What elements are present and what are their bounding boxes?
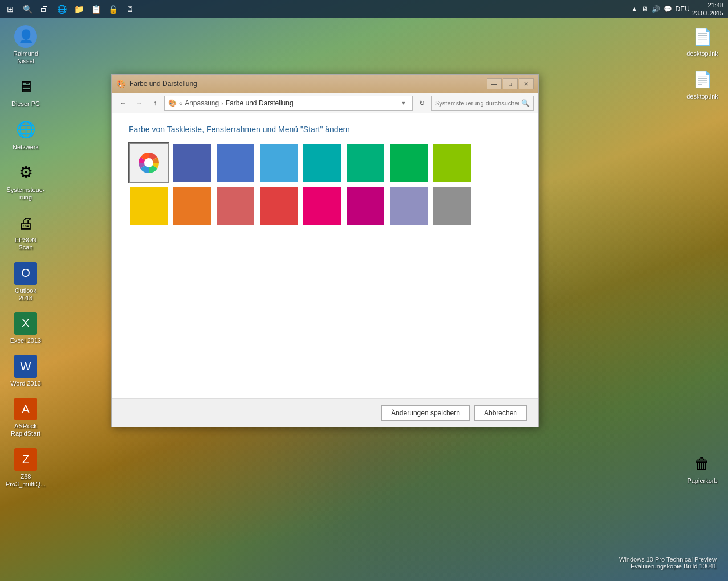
icon-desktoplink-1-image: 📄 (691, 25, 714, 48)
icon-systemsteuerung[interactable]: ⚙ Systemsteue-rung (6, 159, 46, 203)
taskbar-time-value: 21:48 (692, 1, 723, 9)
color-swatch-teal[interactable] (302, 143, 342, 183)
color-swatch-cobalt[interactable] (215, 143, 255, 183)
icon-excel-2013[interactable]: X Excel 2013 (6, 310, 46, 347)
icon-desktoplink-2[interactable]: 📄 desktop.lnk (682, 66, 722, 103)
icon-epson-scan-image: 🖨 (14, 211, 37, 234)
icon-desktoplink-1-label: desktop.lnk (686, 50, 718, 58)
dialog-content: Farbe von Taskleiste, Fensterrahmen und … (112, 113, 538, 398)
icon-desktoplink-2-label: desktop.lnk (686, 93, 718, 100)
color-swatch-gray[interactable] (432, 186, 472, 226)
icon-dieser-pc[interactable]: 🖥 Dieser PC (6, 73, 46, 110)
address-current: Farbe und Darstellung (226, 99, 294, 107)
address-dropdown-button[interactable]: ▼ (398, 96, 409, 110)
icon-epson-scan-label: EPSON Scan (8, 236, 43, 251)
cancel-button[interactable]: Abbrechen (474, 405, 527, 421)
color-swatch-red-inner (260, 187, 298, 225)
color-swatch-salmon[interactable] (215, 186, 255, 226)
color-swatch-red[interactable] (259, 186, 299, 226)
nav-up-button[interactable]: ↑ (148, 96, 162, 110)
dialog-titlebar-icon: 🎨 (116, 79, 126, 88)
icon-raimund-nissel-label: RaimundNissel (13, 50, 38, 65)
color-swatch-magenta[interactable] (345, 186, 385, 226)
icon-netzwerk[interactable]: 🌐 Netzwerk (6, 116, 46, 153)
color-grid-row1 (129, 143, 521, 183)
dialog-titlebar-text: Farbe und Darstellung (129, 80, 483, 88)
taskbar-ie[interactable]: 🌐 (54, 1, 70, 17)
icon-dieser-pc-label: Dieser PC (11, 100, 40, 108)
taskbar-date-value: 23.03.2015 (692, 9, 723, 17)
section-title: Farbe von Taskleiste, Fensterrahmen und … (129, 125, 521, 134)
icon-outlook-2013[interactable]: O Outlook 2013 (6, 260, 46, 304)
color-swatch-yellow-inner (130, 187, 168, 225)
address-separator-1: « (179, 100, 182, 107)
icon-word-2013[interactable]: W Word 2013 (6, 353, 46, 390)
color-swatch-indigo-inner (173, 144, 211, 182)
taskbar: ⊞ 🔍 🗗 🌐 📁 📋 🔒 🖥 ▲ 🖥 🔊 💬 DEU 21:48 23.03.… (0, 0, 728, 18)
color-swatch-emerald-inner (347, 144, 384, 182)
color-swatch-orange[interactable] (172, 186, 212, 226)
color-swatch-green[interactable] (389, 143, 429, 183)
taskbar-network-icon: 🖥 (641, 5, 648, 13)
color-swatch-lavender[interactable] (389, 186, 429, 226)
icon-asrock-rapidstart[interactable]: A ASRockRapidStart (6, 395, 46, 440)
color-swatch-pink[interactable] (302, 186, 342, 226)
icon-raimund-nissel[interactable]: 👤 RaimundNissel (6, 23, 46, 67)
taskbar-chevron[interactable]: ▲ (631, 5, 638, 13)
taskbar-app1[interactable]: 📋 (88, 1, 104, 17)
color-swatch-orange-inner (173, 187, 211, 225)
desktop-icons-right-bottom: 🗑 Papierkorb (682, 450, 722, 487)
nav-forward-button[interactable]: → (132, 96, 146, 110)
address-anpassung: Anpassung (185, 99, 219, 107)
dialog-window: 🎨 Farbe und Darstellung — □ ✕ ← → ↑ 🎨 « … (111, 74, 539, 427)
taskbar-app2[interactable]: 🔒 (105, 1, 121, 17)
address-bar[interactable]: 🎨 « Anpassung › Farbe und Darstellung ▼ (164, 96, 413, 111)
taskbar-app3[interactable]: 🖥 (122, 1, 138, 17)
svg-point-1 (144, 158, 153, 167)
color-swatch-gray-inner (433, 187, 471, 225)
icon-z68-multiq[interactable]: Z Z68Pro3_multiQ... (6, 446, 46, 490)
taskbar-explorer[interactable]: 📁 (71, 1, 87, 17)
search-input[interactable] (435, 100, 519, 107)
save-button[interactable]: Änderungen speichern (381, 405, 470, 421)
address-arrow: › (221, 100, 223, 107)
color-swatch-lime[interactable] (432, 143, 472, 183)
color-swatch-sky[interactable] (259, 143, 299, 183)
dialog-maximize-button[interactable]: □ (503, 78, 518, 89)
color-swatch-automatic[interactable] (129, 143, 169, 183)
icon-epson-scan[interactable]: 🖨 EPSON Scan (6, 209, 46, 253)
taskbar-task-view[interactable]: 🗗 (36, 1, 52, 17)
color-swatch-emerald[interactable] (345, 143, 385, 183)
icon-raimund-nissel-image: 👤 (14, 25, 37, 48)
desktop-icons-left: 👤 RaimundNissel 🖥 Dieser PC 🌐 Netzwerk ⚙… (6, 23, 46, 490)
icon-papierkorb[interactable]: 🗑 Papierkorb (682, 450, 722, 487)
dialog-footer: Änderungen speichern Abbrechen (112, 398, 538, 427)
desktop: ⊞ 🔍 🗗 🌐 📁 📋 🔒 🖥 ▲ 🖥 🔊 💬 DEU 21:48 23.03.… (0, 0, 728, 581)
taskbar-volume-icon[interactable]: 🔊 (652, 5, 660, 13)
windows-watermark: Windows 10 Pro Technical Preview Evaluie… (619, 556, 717, 570)
color-swatch-lavender-inner (390, 187, 428, 225)
icon-word-2013-label: Word 2013 (10, 380, 41, 387)
taskbar-start[interactable]: ⊞ (2, 1, 18, 17)
nav-refresh-button[interactable]: ↻ (415, 96, 429, 110)
nav-back-button[interactable]: ← (116, 96, 130, 110)
icon-excel-2013-image: X (14, 312, 37, 335)
color-swatch-yellow[interactable] (129, 186, 169, 226)
taskbar-message-icon[interactable]: 💬 (664, 5, 672, 13)
icon-outlook-2013-label: Outlook 2013 (8, 287, 43, 302)
dialog-navbar: ← → ↑ 🎨 « Anpassung › Farbe und Darstell… (112, 93, 538, 113)
icon-desktoplink-1[interactable]: 📄 desktop.lnk (682, 23, 722, 60)
search-box[interactable]: 🔍 (431, 96, 534, 111)
taskbar-search[interactable]: 🔍 (19, 1, 35, 17)
dialog-titlebar: 🎨 Farbe und Darstellung — □ ✕ (112, 75, 538, 93)
icon-asrock-rapidstart-image: A (14, 398, 37, 420)
color-swatch-indigo[interactable] (172, 143, 212, 183)
dialog-close-button[interactable]: ✕ (519, 78, 534, 89)
dialog-minimize-button[interactable]: — (487, 78, 502, 89)
color-swatch-teal-inner (303, 144, 341, 182)
icon-desktoplink-2-image: 📄 (691, 68, 714, 91)
color-grid-row2 (129, 186, 521, 226)
taskbar-system-icons: ▲ 🖥 🔊 💬 DEU (631, 5, 690, 13)
icon-papierkorb-label: Papierkorb (687, 477, 717, 485)
taskbar-clock[interactable]: 21:48 23.03.2015 (692, 1, 723, 18)
